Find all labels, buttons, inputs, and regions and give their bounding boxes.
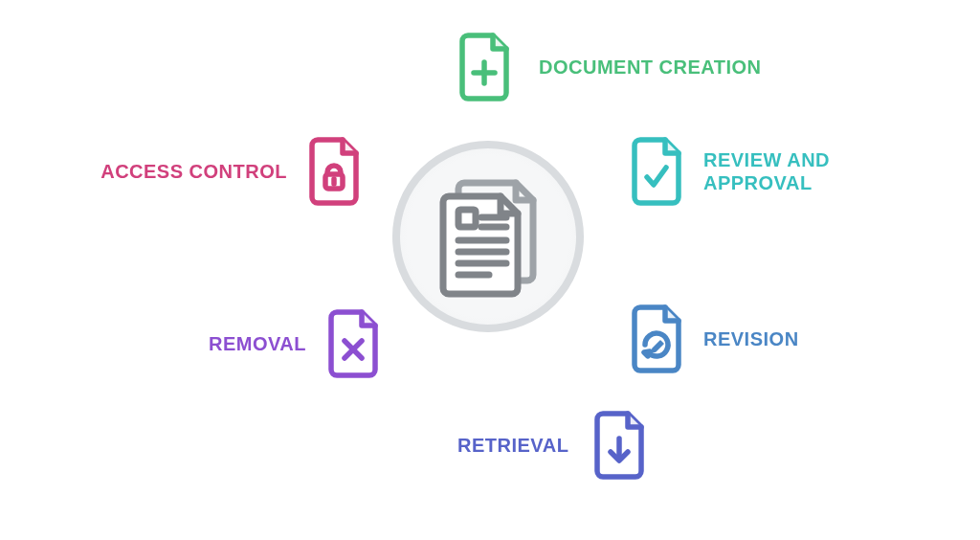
node-label: RETRIEVAL [457, 434, 568, 457]
document-stack-icon [432, 175, 545, 298]
node-review-approval: REVIEW AND APPROVAL [627, 134, 866, 209]
node-label: ACCESS CONTROL [96, 160, 287, 183]
node-removal: REMOVAL [191, 306, 383, 381]
document-lifecycle-diagram: DOCUMENT CREATION REVIEW AND APPROVAL [0, 0, 980, 540]
node-label: REVIEW AND APPROVAL [703, 148, 866, 194]
file-download-icon [590, 408, 649, 483]
node-retrieval: RETRIEVAL [457, 408, 649, 483]
file-plus-icon [455, 30, 514, 104]
node-label: REMOVAL [191, 332, 306, 355]
node-label: DOCUMENT CREATION [539, 56, 762, 79]
node-access-control: ACCESS CONTROL [96, 134, 364, 209]
node-revision: REVISION [627, 302, 799, 376]
center-ring [392, 141, 584, 332]
file-lock-icon [304, 134, 364, 209]
file-edit-icon [627, 302, 686, 376]
node-label: REVISION [703, 327, 799, 350]
file-check-icon [627, 134, 686, 209]
node-document-creation: DOCUMENT CREATION [455, 30, 762, 104]
file-remove-icon [323, 306, 383, 381]
